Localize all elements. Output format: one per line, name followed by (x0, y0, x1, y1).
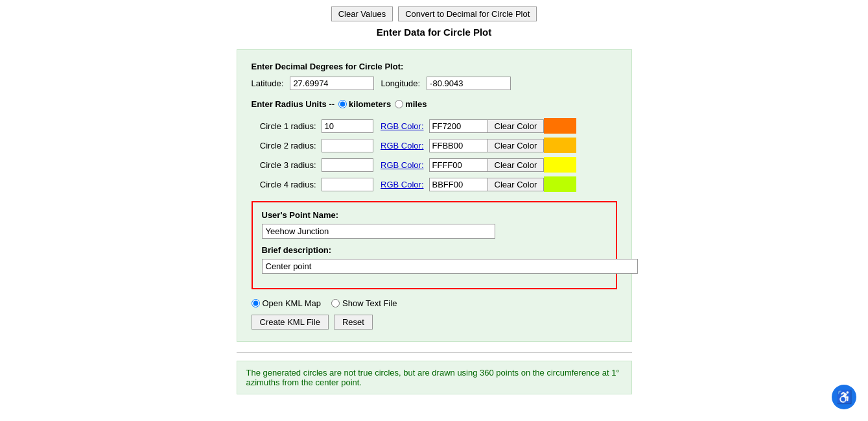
show-text-radio[interactable] (331, 299, 340, 307)
circle-1-color-group: Clear Color (429, 118, 577, 134)
circle-2-radius[interactable] (322, 139, 373, 152)
circle-3-color-swatch (544, 157, 576, 173)
circle-4-color-input[interactable] (429, 178, 487, 191)
circle-4-radius[interactable] (322, 178, 373, 191)
circle-3-color-input[interactable] (429, 158, 487, 172)
decimal-degrees-label: Enter Decimal Degrees for Circle Plot: (252, 62, 617, 71)
longitude-label: Longitude: (381, 78, 420, 88)
km-radio-label[interactable]: kilometers (338, 99, 391, 109)
circle-3-row: Circle 3 radius: RGB Color: Clear Color (252, 157, 617, 173)
output-type-row: Open KML Map Show Text File (252, 298, 617, 308)
circle-1-clear-color-button[interactable]: Clear Color (487, 119, 545, 133)
action-row: Create KML File Reset (252, 315, 617, 330)
longitude-input[interactable] (427, 77, 511, 90)
miles-radio[interactable] (395, 100, 403, 108)
miles-radio-label[interactable]: miles (395, 99, 427, 109)
point-name-input[interactable] (262, 224, 495, 239)
circle-2-label: Circle 2 radius: (252, 141, 316, 150)
circle-1-row: Circle 1 radius: RGB Color: Clear Color (252, 118, 617, 134)
circle-3-label: Circle 3 radius: (252, 160, 316, 170)
divider (237, 352, 632, 353)
circle-1-color-swatch (544, 118, 576, 134)
circle-1-color-input[interactable] (429, 119, 487, 133)
circle-3-rgb-link[interactable]: RGB Color: (379, 160, 424, 170)
page-title: Enter Data for Circle Plot (237, 27, 632, 38)
latitude-input[interactable] (290, 77, 374, 90)
note-box: The generated circles are not true circl… (237, 361, 632, 394)
radius-units-label: Enter Radius Units -- (252, 99, 335, 109)
circle-1-radius[interactable] (322, 119, 373, 133)
circle-3-color-group: Clear Color (429, 157, 577, 173)
circle-3-clear-color-button[interactable]: Clear Color (487, 158, 545, 172)
circle-2-clear-color-button[interactable]: Clear Color (487, 139, 545, 152)
point-name-label: User's Point Name: (262, 210, 607, 220)
reset-button[interactable]: Reset (334, 315, 373, 330)
convert-button[interactable]: Convert to Decimal for Circle Plot (398, 6, 537, 21)
open-kml-label[interactable]: Open KML Map (252, 298, 322, 308)
km-radio[interactable] (338, 100, 347, 108)
circle-plot-form: Enter Decimal Degrees for Circle Plot: L… (237, 49, 632, 342)
circle-2-color-group: Clear Color (429, 138, 577, 153)
circle-4-color-group: Clear Color (429, 176, 577, 192)
latitude-label: Latitude: (252, 78, 284, 88)
circle-2-row: Circle 2 radius: RGB Color: Clear Color (252, 138, 617, 153)
user-point-section: User's Point Name: Brief description: (252, 201, 617, 289)
create-kml-button[interactable]: Create KML File (252, 315, 329, 330)
show-text-label[interactable]: Show Text File (331, 298, 397, 308)
circle-1-rgb-link[interactable]: RGB Color: (379, 121, 424, 131)
clear-values-button[interactable]: Clear Values (331, 6, 393, 21)
circle-2-rgb-link[interactable]: RGB Color: (379, 141, 424, 150)
circle-1-label: Circle 1 radius: (252, 121, 316, 131)
circle-4-label: Circle 4 radius: (252, 180, 316, 189)
circle-4-color-swatch (544, 176, 576, 192)
circle-2-color-swatch (544, 138, 576, 153)
open-kml-radio[interactable] (252, 299, 260, 307)
circle-3-radius[interactable] (322, 158, 373, 172)
circle-4-clear-color-button[interactable]: Clear Color (487, 178, 545, 191)
radius-units-row: Enter Radius Units -- kilometers miles (252, 99, 617, 109)
circle-4-rgb-link[interactable]: RGB Color: (379, 180, 424, 189)
circle-4-row: Circle 4 radius: RGB Color: Clear Color (252, 176, 617, 192)
circle-2-color-input[interactable] (429, 139, 487, 152)
description-input[interactable] (262, 259, 638, 274)
lat-lon-row: Latitude: Longitude: (252, 77, 617, 90)
description-label: Brief description: (262, 245, 607, 255)
accessibility-button[interactable]: ♿ (832, 385, 856, 394)
